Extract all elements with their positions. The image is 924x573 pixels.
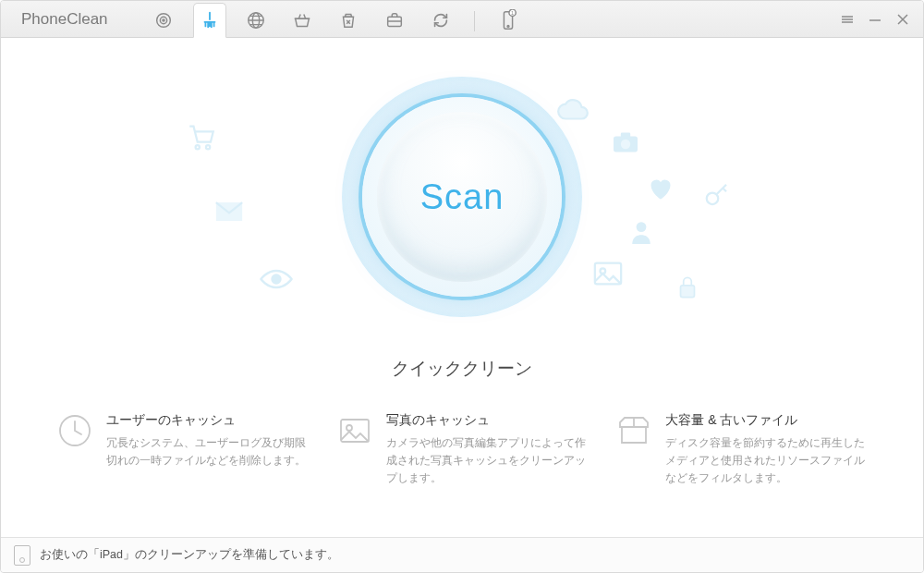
svg-text:1: 1 bbox=[511, 10, 514, 16]
svg-point-2 bbox=[162, 19, 164, 21]
section-title: クイッククリーン bbox=[1, 357, 923, 381]
window-controls bbox=[840, 12, 923, 27]
svg-rect-20 bbox=[681, 286, 695, 298]
window-close-button[interactable] bbox=[895, 12, 910, 27]
cart-icon bbox=[186, 121, 217, 156]
svg-point-7 bbox=[507, 26, 509, 28]
tablet-icon bbox=[14, 545, 30, 566]
toolbar-recycle-button[interactable] bbox=[332, 4, 365, 37]
basket-icon bbox=[292, 10, 312, 30]
statusbar: お使いの「iPad」のクリーンアップを準備しています。 bbox=[1, 537, 923, 572]
svg-point-14 bbox=[621, 140, 630, 149]
globe-icon bbox=[246, 10, 266, 30]
mail-icon bbox=[213, 200, 245, 227]
toolbar-globe-button[interactable] bbox=[239, 4, 273, 37]
toolbar: 1 bbox=[128, 1, 525, 37]
window-menu-button[interactable] bbox=[840, 12, 855, 27]
svg-point-23 bbox=[346, 425, 352, 431]
toolbar-refresh-button[interactable] bbox=[424, 4, 457, 37]
app-title: PhoneClean bbox=[1, 10, 128, 29]
titlebar: PhoneClean bbox=[1, 1, 923, 38]
feature-desc: ディスク容量を節約するために再生したメディアと使用されたリソースファイルなどをフ… bbox=[665, 434, 868, 488]
toolbar-basket-button[interactable] bbox=[286, 4, 319, 37]
refresh-icon bbox=[431, 10, 451, 30]
user-icon bbox=[629, 218, 653, 250]
svg-point-10 bbox=[196, 145, 200, 149]
features-row: ユーザーのキャッシュ 冗長なシステム、ユーザーログ及び期限切れの一時ファイルなど… bbox=[56, 412, 868, 488]
toolbar-clean-button[interactable] bbox=[193, 3, 226, 38]
main-area: Scan クイッククリーン ユーザーのキャッシュ 冗長なシステム、ユーザーログ及… bbox=[1, 38, 923, 537]
svg-point-11 bbox=[206, 145, 210, 149]
feature-photo-cache: 写真のキャッシュ カメラや他の写真編集アプリによって作成された写真キャッシュをク… bbox=[336, 412, 589, 488]
feature-title: 写真のキャッシュ bbox=[386, 412, 589, 429]
feature-user-cache: ユーザーのキャッシュ 冗長なシステム、ユーザーログ及び期限切れの一時ファイルなど… bbox=[56, 412, 309, 488]
picture-icon bbox=[592, 260, 624, 291]
feature-body: 写真のキャッシュ カメラや他の写真編集アプリによって作成された写真キャッシュをク… bbox=[386, 412, 589, 488]
feature-body: ユーザーのキャッシュ 冗長なシステム、ユーザーログ及び期限切れの一時ファイルなど… bbox=[106, 412, 309, 488]
briefcase-icon bbox=[384, 10, 405, 30]
svg-rect-18 bbox=[595, 263, 621, 285]
feature-title: 大容量 & 古いファイル bbox=[665, 412, 868, 429]
svg-point-19 bbox=[601, 268, 606, 274]
toolbar-device-button[interactable]: 1 bbox=[492, 4, 525, 37]
lock-icon bbox=[675, 274, 699, 305]
feature-desc: 冗長なシステム、ユーザーログ及び期限切れの一時ファイルなどを削除します。 bbox=[106, 434, 309, 469]
scan-button[interactable]: Scan bbox=[377, 112, 547, 282]
scan-button-wrap: Scan bbox=[342, 77, 582, 317]
camera-icon bbox=[611, 130, 640, 158]
toolbar-separator bbox=[474, 11, 475, 31]
device-icon: 1 bbox=[498, 9, 518, 31]
svg-point-16 bbox=[707, 193, 719, 205]
eye-icon bbox=[260, 269, 293, 293]
toolbar-toolbox-button[interactable] bbox=[378, 4, 411, 37]
svg-point-12 bbox=[273, 275, 281, 284]
heart-icon bbox=[648, 177, 674, 204]
key-icon bbox=[703, 181, 731, 213]
recycle-icon bbox=[338, 10, 359, 30]
toolbar-target-button[interactable] bbox=[147, 4, 180, 37]
clock-icon bbox=[56, 412, 93, 449]
feature-body: 大容量 & 古いファイル ディスク容量を節約するために再生したメディアと使用され… bbox=[665, 412, 868, 488]
scan-button-label: Scan bbox=[420, 177, 505, 217]
photo-icon bbox=[336, 412, 373, 449]
box-icon bbox=[615, 412, 652, 449]
feature-large-old-files: 大容量 & 古いファイル ディスク容量を節約するために再生したメディアと使用され… bbox=[615, 412, 868, 488]
status-text: お使いの「iPad」のクリーンアップを準備しています。 bbox=[40, 547, 339, 563]
feature-title: ユーザーのキャッシュ bbox=[106, 412, 309, 429]
svg-point-17 bbox=[637, 222, 647, 232]
feature-desc: カメラや他の写真編集アプリによって作成された写真キャッシュをクリーンアップします… bbox=[386, 434, 589, 488]
window-minimize-button[interactable] bbox=[868, 12, 882, 27]
target-icon bbox=[153, 10, 174, 30]
svg-rect-13 bbox=[614, 137, 638, 152]
clean-brush-icon bbox=[200, 10, 220, 30]
svg-rect-15 bbox=[621, 133, 630, 138]
